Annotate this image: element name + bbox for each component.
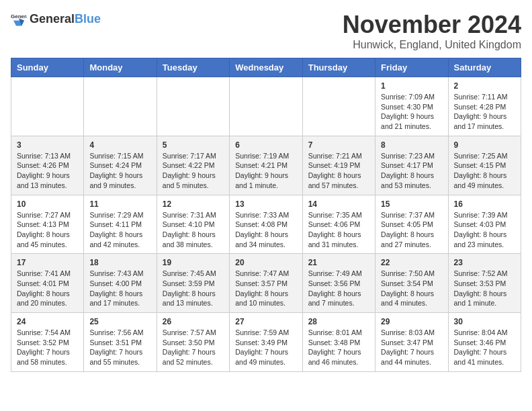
day-cell: 23Sunrise: 7:52 AM Sunset: 3:53 PM Dayli… bbox=[448, 254, 521, 313]
day-cell: 8Sunrise: 7:23 AM Sunset: 4:17 PM Daylig… bbox=[375, 136, 448, 195]
day-cell: 27Sunrise: 7:59 AM Sunset: 3:49 PM Dayli… bbox=[230, 313, 302, 372]
day-number: 10 bbox=[17, 199, 78, 209]
day-info: Sunrise: 7:13 AM Sunset: 4:26 PM Dayligh… bbox=[17, 151, 78, 191]
day-info: Sunrise: 7:35 AM Sunset: 4:06 PM Dayligh… bbox=[308, 210, 369, 250]
day-info: Sunrise: 7:50 AM Sunset: 3:54 PM Dayligh… bbox=[381, 269, 442, 308]
header-friday: Friday bbox=[375, 58, 448, 77]
day-cell: 3Sunrise: 7:13 AM Sunset: 4:26 PM Daylig… bbox=[11, 136, 84, 195]
header-saturday: Saturday bbox=[448, 58, 521, 77]
week-row-2: 3Sunrise: 7:13 AM Sunset: 4:26 PM Daylig… bbox=[11, 136, 521, 195]
day-info: Sunrise: 7:09 AM Sunset: 4:30 PM Dayligh… bbox=[381, 92, 442, 132]
day-number: 30 bbox=[454, 317, 515, 326]
day-number: 2 bbox=[454, 81, 515, 91]
day-number: 3 bbox=[17, 140, 78, 150]
day-info: Sunrise: 7:56 AM Sunset: 3:51 PM Dayligh… bbox=[89, 328, 150, 367]
week-row-1: 1Sunrise: 7:09 AM Sunset: 4:30 PM Daylig… bbox=[11, 77, 521, 136]
logo-general: General bbox=[30, 12, 75, 26]
logo-icon: General bbox=[11, 11, 27, 27]
logo-text: GeneralBlue bbox=[30, 12, 101, 26]
day-cell bbox=[11, 77, 84, 136]
day-info: Sunrise: 7:59 AM Sunset: 3:49 PM Dayligh… bbox=[235, 328, 296, 367]
day-number: 22 bbox=[381, 258, 442, 267]
day-number: 7 bbox=[308, 140, 369, 150]
day-number: 8 bbox=[381, 140, 442, 150]
day-cell: 28Sunrise: 8:01 AM Sunset: 3:48 PM Dayli… bbox=[302, 313, 375, 372]
day-cell: 15Sunrise: 7:37 AM Sunset: 4:05 PM Dayli… bbox=[375, 195, 448, 254]
day-info: Sunrise: 7:45 AM Sunset: 3:59 PM Dayligh… bbox=[163, 269, 224, 308]
day-cell: 26Sunrise: 7:57 AM Sunset: 3:50 PM Dayli… bbox=[157, 313, 229, 372]
day-cell: 12Sunrise: 7:31 AM Sunset: 4:10 PM Dayli… bbox=[157, 195, 229, 254]
day-cell: 17Sunrise: 7:41 AM Sunset: 4:01 PM Dayli… bbox=[11, 254, 84, 313]
logo-blue: Blue bbox=[75, 12, 101, 26]
header-thursday: Thursday bbox=[302, 58, 375, 77]
weekday-header-row: Sunday Monday Tuesday Wednesday Thursday… bbox=[11, 58, 521, 77]
day-info: Sunrise: 7:27 AM Sunset: 4:13 PM Dayligh… bbox=[17, 210, 78, 250]
day-info: Sunrise: 7:49 AM Sunset: 3:56 PM Dayligh… bbox=[308, 269, 369, 308]
day-info: Sunrise: 7:43 AM Sunset: 4:00 PM Dayligh… bbox=[89, 269, 150, 308]
day-info: Sunrise: 7:52 AM Sunset: 3:53 PM Dayligh… bbox=[454, 269, 515, 308]
header-wednesday: Wednesday bbox=[230, 58, 302, 77]
day-number: 29 bbox=[381, 317, 442, 326]
day-number: 4 bbox=[89, 140, 150, 150]
day-cell: 14Sunrise: 7:35 AM Sunset: 4:06 PM Dayli… bbox=[302, 195, 375, 254]
day-number: 24 bbox=[17, 317, 78, 326]
day-cell: 9Sunrise: 7:25 AM Sunset: 4:15 PM Daylig… bbox=[448, 136, 521, 195]
day-cell bbox=[302, 77, 375, 136]
day-number: 17 bbox=[17, 258, 78, 267]
day-cell: 7Sunrise: 7:21 AM Sunset: 4:19 PM Daylig… bbox=[302, 136, 375, 195]
day-cell: 6Sunrise: 7:19 AM Sunset: 4:21 PM Daylig… bbox=[230, 136, 302, 195]
week-row-3: 10Sunrise: 7:27 AM Sunset: 4:13 PM Dayli… bbox=[11, 195, 521, 254]
day-cell: 22Sunrise: 7:50 AM Sunset: 3:54 PM Dayli… bbox=[375, 254, 448, 313]
day-info: Sunrise: 7:29 AM Sunset: 4:11 PM Dayligh… bbox=[89, 210, 150, 250]
calendar: Sunday Monday Tuesday Wednesday Thursday… bbox=[11, 58, 521, 372]
day-info: Sunrise: 7:31 AM Sunset: 4:10 PM Dayligh… bbox=[163, 210, 224, 250]
location-title: Hunwick, England, United Kingdom bbox=[343, 39, 521, 51]
day-info: Sunrise: 7:25 AM Sunset: 4:15 PM Dayligh… bbox=[454, 151, 515, 191]
day-number: 13 bbox=[235, 199, 296, 209]
day-cell: 24Sunrise: 7:54 AM Sunset: 3:52 PM Dayli… bbox=[11, 313, 84, 372]
day-number: 25 bbox=[89, 317, 150, 326]
day-number: 14 bbox=[308, 199, 369, 209]
day-info: Sunrise: 7:57 AM Sunset: 3:50 PM Dayligh… bbox=[163, 328, 224, 367]
day-number: 27 bbox=[235, 317, 296, 326]
logo: General GeneralBlue bbox=[11, 11, 101, 27]
day-cell bbox=[84, 77, 157, 136]
day-cell: 13Sunrise: 7:33 AM Sunset: 4:08 PM Dayli… bbox=[230, 195, 302, 254]
day-cell: 10Sunrise: 7:27 AM Sunset: 4:13 PM Dayli… bbox=[11, 195, 84, 254]
day-info: Sunrise: 7:21 AM Sunset: 4:19 PM Dayligh… bbox=[308, 151, 369, 191]
day-number: 1 bbox=[381, 81, 442, 91]
svg-text:General: General bbox=[11, 13, 27, 19]
day-number: 23 bbox=[454, 258, 515, 267]
day-number: 6 bbox=[235, 140, 296, 150]
day-number: 11 bbox=[89, 199, 150, 209]
day-number: 28 bbox=[308, 317, 369, 326]
day-cell: 4Sunrise: 7:15 AM Sunset: 4:24 PM Daylig… bbox=[84, 136, 157, 195]
day-info: Sunrise: 7:54 AM Sunset: 3:52 PM Dayligh… bbox=[17, 328, 78, 367]
day-number: 26 bbox=[163, 317, 224, 326]
day-info: Sunrise: 8:04 AM Sunset: 3:46 PM Dayligh… bbox=[454, 328, 515, 367]
day-number: 9 bbox=[454, 140, 515, 150]
day-cell: 21Sunrise: 7:49 AM Sunset: 3:56 PM Dayli… bbox=[302, 254, 375, 313]
day-cell: 1Sunrise: 7:09 AM Sunset: 4:30 PM Daylig… bbox=[375, 77, 448, 136]
day-cell: 18Sunrise: 7:43 AM Sunset: 4:00 PM Dayli… bbox=[84, 254, 157, 313]
day-info: Sunrise: 7:11 AM Sunset: 4:28 PM Dayligh… bbox=[454, 92, 515, 132]
header-tuesday: Tuesday bbox=[157, 58, 229, 77]
day-cell: 20Sunrise: 7:47 AM Sunset: 3:57 PM Dayli… bbox=[230, 254, 302, 313]
day-cell: 11Sunrise: 7:29 AM Sunset: 4:11 PM Dayli… bbox=[84, 195, 157, 254]
header-sunday: Sunday bbox=[11, 58, 84, 77]
day-info: Sunrise: 7:17 AM Sunset: 4:22 PM Dayligh… bbox=[163, 151, 224, 191]
day-cell: 29Sunrise: 8:03 AM Sunset: 3:47 PM Dayli… bbox=[375, 313, 448, 372]
day-cell bbox=[157, 77, 229, 136]
title-section: November 2024 Hunwick, England, United K… bbox=[343, 11, 521, 51]
day-info: Sunrise: 7:23 AM Sunset: 4:17 PM Dayligh… bbox=[381, 151, 442, 191]
header-monday: Monday bbox=[84, 58, 157, 77]
day-cell: 30Sunrise: 8:04 AM Sunset: 3:46 PM Dayli… bbox=[448, 313, 521, 372]
day-info: Sunrise: 7:15 AM Sunset: 4:24 PM Dayligh… bbox=[89, 151, 150, 191]
day-cell bbox=[230, 77, 302, 136]
month-title: November 2024 bbox=[343, 11, 521, 39]
day-cell: 2Sunrise: 7:11 AM Sunset: 4:28 PM Daylig… bbox=[448, 77, 521, 136]
day-number: 5 bbox=[163, 140, 224, 150]
day-number: 19 bbox=[163, 258, 224, 267]
day-number: 18 bbox=[89, 258, 150, 267]
day-number: 21 bbox=[308, 258, 369, 267]
